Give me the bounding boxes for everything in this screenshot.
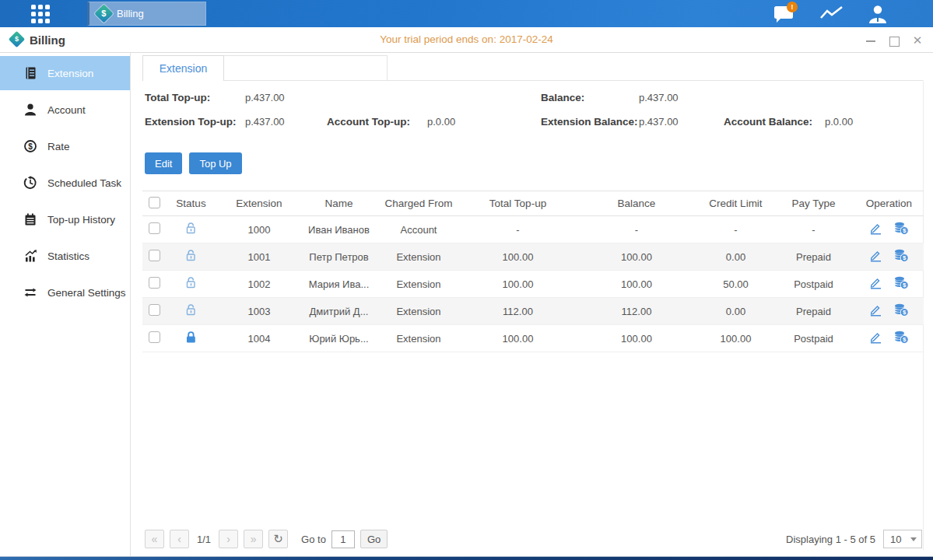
sidebar-item-general-settings[interactable]: General Settings	[0, 275, 130, 310]
prev-page-button[interactable]: ‹	[170, 530, 189, 548]
cell-name: Иван Иванов	[302, 216, 376, 243]
taskbar-tab-billing[interactable]: $ Billing	[87, 2, 206, 26]
cell-pay-type: Postpaid	[773, 271, 854, 298]
unlocked-status-icon	[184, 280, 198, 292]
cell-charged-from: Extension	[376, 325, 461, 352]
cell-credit-limit: -	[699, 216, 773, 243]
top-up-button[interactable]: Top Up	[189, 152, 241, 174]
account-topup-label: Account Top-up:	[327, 116, 410, 128]
edit-row-icon[interactable]	[869, 276, 882, 292]
edit-row-icon[interactable]	[869, 249, 882, 264]
taskbar: $ Billing !	[0, 0, 933, 27]
row-checkbox[interactable]	[149, 250, 160, 261]
cell-credit-limit: 50.00	[699, 271, 773, 298]
cell-balance: 100.00	[574, 271, 699, 298]
select-all-checkbox[interactable]	[149, 197, 160, 208]
sidebar: Extension Account $ Rate Scheduled Task	[0, 53, 131, 556]
row-checkbox[interactable]	[149, 331, 160, 343]
topup-row-icon[interactable]: $	[893, 249, 909, 264]
goto-page-input[interactable]	[331, 530, 355, 548]
col-balance: Balance	[574, 191, 699, 216]
svg-text:$: $	[903, 336, 907, 343]
minimize-button[interactable]	[865, 34, 877, 47]
billing-window: $ Billing Your trial period ends on: 201…	[0, 27, 933, 557]
close-button[interactable]: ✕	[911, 34, 924, 47]
account-balance-value: p.0.00	[825, 116, 853, 128]
table-row: 1001Петр ПетровExtension100.00100.000.00…	[142, 243, 924, 271]
sidebar-item-statistics[interactable]: Statistics	[0, 239, 130, 273]
total-topup-label: Total Top-up:	[145, 92, 210, 103]
first-page-button[interactable]: «	[145, 530, 164, 548]
svg-text:$: $	[903, 254, 907, 261]
page-size-value: 10	[890, 534, 901, 545]
col-credit-limit: Credit Limit	[699, 191, 773, 216]
cell-charged-from: Account	[376, 216, 461, 243]
edit-button[interactable]: Edit	[145, 152, 182, 174]
notification-badge: !	[787, 2, 798, 12]
go-button[interactable]: Go	[360, 530, 388, 548]
sidebar-item-scheduled-task[interactable]: Scheduled Task	[0, 166, 130, 200]
svg-text:$: $	[903, 227, 907, 234]
sidebar-item-label: Top-up History	[47, 214, 115, 226]
unlocked-status-icon	[184, 226, 198, 237]
table-header-row: Status Extension Name Charged From Total…	[142, 191, 924, 216]
sidebar-item-topup-history[interactable]: Top-up History	[0, 202, 130, 236]
tab-strip: Extension	[142, 55, 924, 81]
cell-extension: 1001	[216, 243, 302, 271]
user-account-icon[interactable]	[866, 4, 893, 24]
next-page-button[interactable]: ›	[219, 530, 238, 548]
page-size-select[interactable]: 10	[883, 530, 922, 548]
tab-extension[interactable]: Extension	[142, 55, 224, 81]
monitor-chart-icon[interactable]	[819, 4, 846, 24]
cell-pay-type: Postpaid	[773, 325, 854, 352]
cell-balance: 100.00	[574, 243, 699, 271]
cell-charged-from: Extension	[376, 243, 461, 271]
col-pay-type: Pay Type	[773, 191, 854, 216]
cell-charged-from: Extension	[376, 298, 461, 325]
svg-text:$: $	[903, 282, 907, 289]
cell-total-topup: 100.00	[461, 325, 574, 352]
locked-status-icon	[184, 334, 198, 346]
sidebar-item-extension[interactable]: Extension	[0, 56, 130, 90]
unlocked-status-icon	[184, 307, 198, 319]
app-grid-icon[interactable]	[31, 5, 51, 25]
cell-name: Мария Ива...	[302, 271, 376, 298]
cell-extension: 1000	[216, 216, 302, 243]
page-indicator: 1/1	[197, 534, 211, 545]
pagination-bar: « ‹ 1/1 › » ↻ Go to Go Displaying 1 - 5 …	[142, 530, 924, 550]
topup-row-icon[interactable]: $	[893, 331, 909, 346]
edit-row-icon[interactable]	[869, 331, 882, 346]
col-total-topup: Total Top-up	[461, 191, 574, 216]
cell-total-topup: 100.00	[461, 271, 574, 298]
topup-row-icon[interactable]: $	[893, 222, 909, 237]
balance-value: p.437.00	[639, 92, 679, 103]
sidebar-item-rate[interactable]: $ Rate	[0, 129, 130, 163]
topup-row-icon[interactable]: $	[893, 276, 909, 292]
messages-icon[interactable]: !	[773, 4, 799, 24]
edit-row-icon[interactable]	[869, 303, 882, 319]
maximize-button[interactable]	[888, 34, 900, 47]
sidebar-item-label: Account	[47, 104, 86, 116]
col-charged-from: Charged From	[376, 191, 461, 216]
cell-pay-type: -	[773, 216, 854, 243]
displaying-status: Displaying 1 - 5 of 5	[786, 534, 875, 545]
extension-topup-value: p.437.00	[245, 116, 285, 128]
sidebar-item-account[interactable]: Account	[0, 93, 130, 127]
table-row: 1002Мария Ива...Extension100.00100.0050.…	[142, 271, 924, 298]
table-row: 1000Иван ИвановAccount----$	[142, 216, 924, 243]
cell-extension: 1002	[216, 271, 302, 298]
svg-text:$: $	[28, 142, 33, 151]
tab-strip-empty	[224, 55, 388, 80]
extensions-table: Status Extension Name Charged From Total…	[142, 191, 924, 352]
refresh-icon[interactable]: ↻	[268, 530, 288, 548]
cell-charged-from: Extension	[376, 271, 461, 298]
last-page-button[interactable]: »	[244, 530, 263, 548]
taskbar-tab-label: Billing	[117, 8, 144, 19]
cell-balance: 112.00	[574, 298, 699, 325]
row-checkbox[interactable]	[149, 277, 160, 289]
window-titlebar: $ Billing Your trial period ends on: 201…	[0, 27, 933, 53]
row-checkbox[interactable]	[149, 222, 160, 234]
row-checkbox[interactable]	[149, 304, 160, 316]
edit-row-icon[interactable]	[869, 222, 882, 237]
topup-row-icon[interactable]: $	[893, 303, 909, 319]
